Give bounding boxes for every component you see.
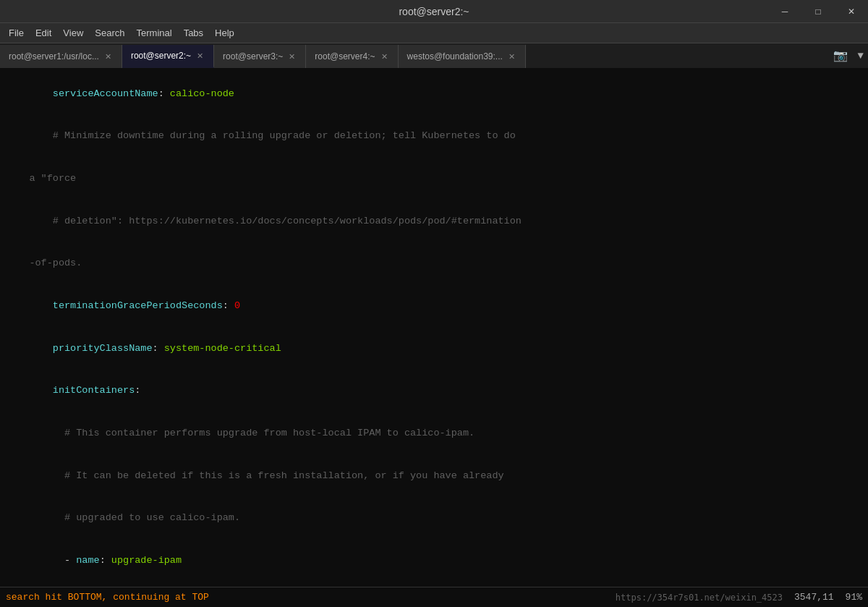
tab-westos[interactable]: westos@foundation39:... ✕ <box>399 45 526 68</box>
scroll-percent: 91% <box>846 592 862 603</box>
window-controls: ─ □ ✕ <box>768 0 868 22</box>
line-name-upgrade: - name: upgrade-ipam <box>0 540 868 582</box>
menu-tabs[interactable]: Tabs <box>178 26 209 40</box>
close-button[interactable]: ✕ <box>835 0 868 23</box>
tab-server4-close[interactable]: ✕ <box>380 52 389 61</box>
line-image: image: calico/cni:v3.19.1 <box>0 582 868 587</box>
tab-server4[interactable]: root@server4:~ ✕ <box>306 45 398 68</box>
terminal-content[interactable]: serviceAccountName: calico-node # Minimi… <box>0 69 868 587</box>
status-message: search hit BOTTOM, continuing at TOP <box>6 592 616 603</box>
menu-search[interactable]: Search <box>89 26 130 40</box>
line-comment-deletion: # deletion": https://kubernetes.io/docs/… <box>0 200 868 242</box>
screenshot-button[interactable]: 📷 <box>827 48 854 63</box>
menu-terminal[interactable]: Terminal <box>131 26 178 40</box>
window-title: root@server2:~ <box>399 6 469 17</box>
tab-westos-label: westos@foundation39:... <box>407 51 503 61</box>
menu-help[interactable]: Help <box>209 26 240 40</box>
tab-server2[interactable]: root@server2:~ ✕ <box>122 45 214 68</box>
tab-server3-close[interactable]: ✕ <box>287 52 297 61</box>
tab-westos-close[interactable]: ✕ <box>507 52 516 61</box>
status-url: https://354r7s01.net/weixin_4523 <box>616 593 783 603</box>
menubar: File Edit View Search Terminal Tabs Help <box>0 23 868 43</box>
tab-server3[interactable]: root@server3:~ ✕ <box>214 45 306 68</box>
line-service-account: serviceAccountName: calico-node <box>0 72 868 115</box>
titlebar: root@server2:~ ─ □ ✕ <box>0 0 868 23</box>
line-priority: priorityClassName: system-node-critical <box>0 327 868 370</box>
tab-server2-label: root@server2:~ <box>131 51 191 61</box>
tab-dropdown-arrow[interactable]: ▼ <box>854 50 868 61</box>
minimize-button[interactable]: ─ <box>768 0 801 23</box>
line-comment-container: # This container performs upgrade from h… <box>0 412 868 455</box>
line-comment-upgraded: # upgraded to use calico-ipam. <box>0 497 868 540</box>
tab-server4-label: root@server4:~ <box>315 51 375 61</box>
cursor-position: 3547,11 <box>794 592 834 603</box>
line-comment-it: # It can be deleted if this is a fresh i… <box>0 454 868 497</box>
tab-server1-close[interactable]: ✕ <box>103 52 113 61</box>
menu-file[interactable]: File <box>3 26 30 40</box>
tab-server1-label: root@server1:/usr/loc... <box>9 51 99 61</box>
line-comment-minimize: # Minimize downtime during a rolling upg… <box>0 115 868 158</box>
tab-server3-label: root@server3:~ <box>223 51 283 61</box>
tab-server1[interactable]: root@server1:/usr/loc... ✕ <box>0 45 122 68</box>
maximize-button[interactable]: □ <box>801 0 835 23</box>
line-termination: terminationGracePeriodSeconds: 0 <box>0 284 868 327</box>
tab-server2-close[interactable]: ✕ <box>195 51 205 61</box>
line-comment-of-pods: -of-pods. <box>0 242 868 285</box>
line-comment-force: a "force <box>0 157 868 200</box>
line-init-containers: initContainers: <box>0 370 868 412</box>
menu-view[interactable]: View <box>57 26 89 40</box>
menu-edit[interactable]: Edit <box>30 26 57 40</box>
statusbar: search hit BOTTOM, continuing at TOP htt… <box>0 587 868 607</box>
status-right: https://354r7s01.net/weixin_4523 3547,11… <box>616 592 862 603</box>
tabbar: root@server1:/usr/loc... ✕ root@server2:… <box>0 43 868 69</box>
